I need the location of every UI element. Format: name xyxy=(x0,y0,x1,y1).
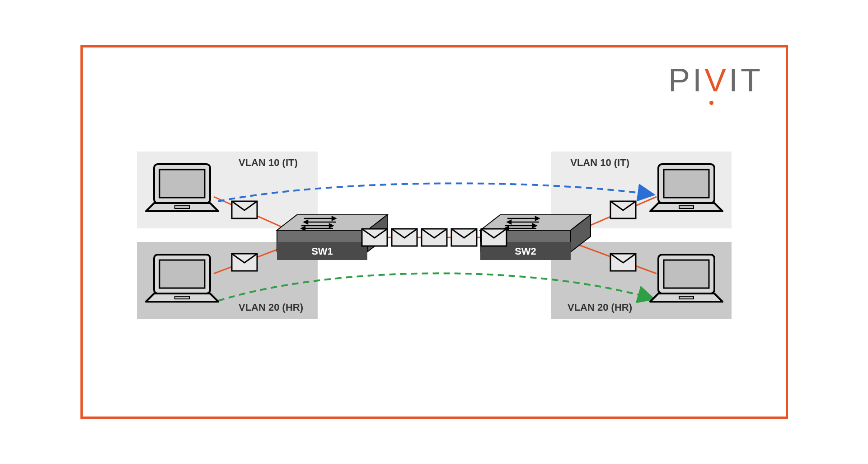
laptop-icon xyxy=(650,164,723,211)
switch-label: SW1 xyxy=(311,246,333,257)
vlan20-right-label: VLAN 20 (HR) xyxy=(568,302,632,313)
envelope-icon xyxy=(362,229,387,246)
vlan10-right-label: VLAN 10 (IT) xyxy=(570,157,629,168)
envelope-icon xyxy=(422,229,447,246)
envelope-icon xyxy=(610,201,636,218)
switch-label: SW2 xyxy=(515,246,536,257)
envelope-icon xyxy=(481,229,507,246)
laptop-icon xyxy=(146,164,218,211)
envelope-icon xyxy=(232,201,257,218)
laptop-icon xyxy=(146,255,218,302)
envelope-icon xyxy=(451,229,477,246)
envelope-icon xyxy=(392,229,417,246)
vlan20-left-label: VLAN 20 (HR) xyxy=(239,302,303,313)
vlan10-left-label: VLAN 10 (IT) xyxy=(239,157,298,168)
network-diagram: SW1 SW2 VLAN 10 (IT) VLAN 20 (HR) VLAN 1… xyxy=(83,47,786,417)
envelope-icon xyxy=(610,254,636,271)
laptop-icon xyxy=(650,255,723,302)
envelope-icon xyxy=(232,254,257,271)
diagram-frame: PIVIT xyxy=(80,45,788,419)
